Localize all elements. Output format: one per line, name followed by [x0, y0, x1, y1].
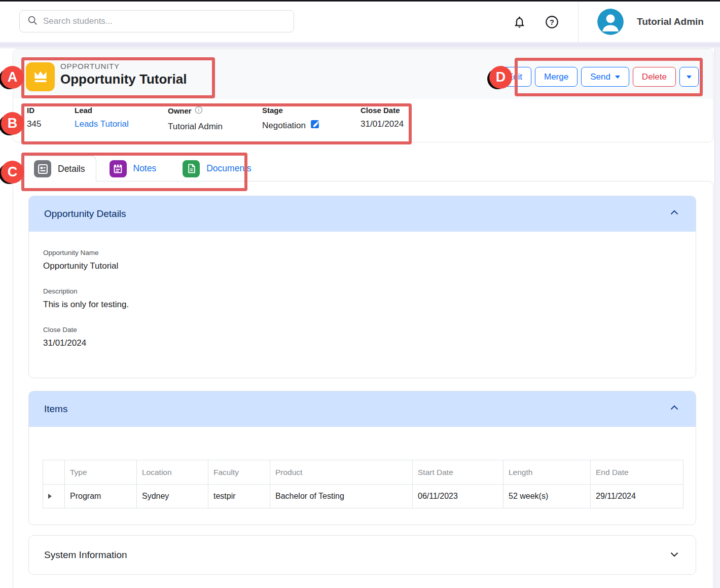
more-actions-button[interactable]	[679, 67, 699, 87]
scrollbar[interactable]	[714, 49, 720, 588]
annotation-marker-b: B	[1, 112, 24, 135]
lead-link[interactable]: Leads Tutorial	[75, 119, 129, 129]
notes-clipboard-icon	[110, 160, 127, 177]
send-button[interactable]: Send	[581, 67, 629, 87]
user-avatar[interactable]	[597, 9, 624, 35]
tab-notes[interactable]: Notes	[96, 156, 170, 181]
annotation-marker-c: C	[1, 161, 24, 183]
search-icon	[27, 15, 38, 28]
table-row: Program Sydney testpir Bachelor of Testi…	[43, 485, 683, 508]
field-opportunity-name: Opportunity Name Opportunity Tutorial	[43, 249, 681, 271]
summary-fields-row: ID 345 Lead Leads Tutorial Owner	[27, 106, 703, 138]
info-icon[interactable]	[195, 106, 203, 116]
row-expand-icon[interactable]	[48, 494, 52, 499]
tab-documents[interactable]: Documents	[169, 156, 265, 181]
summary-field-lead: Lead Leads Tutorial	[75, 106, 129, 129]
search-input[interactable]	[43, 16, 286, 26]
merge-button[interactable]: Merge	[535, 67, 578, 87]
page-title: Opportunity Tutorial	[60, 71, 187, 87]
summary-field-stage: Stage Negotiation	[262, 106, 320, 132]
caret-down-icon	[615, 76, 620, 79]
window-top-edge	[0, 0, 720, 2]
tab-details[interactable]: Details	[23, 156, 96, 181]
system-information-panel[interactable]: System Information	[28, 535, 696, 575]
summary-field-close-date: Close Date 31/01/2024	[361, 106, 404, 129]
opportunity-crown-icon	[26, 62, 55, 91]
documents-file-icon	[183, 160, 200, 177]
tab-content-card: Opportunity Details Opportunity Name Opp…	[13, 181, 713, 588]
chevron-up-icon	[668, 402, 680, 416]
summary-field-id: ID 345	[27, 106, 41, 129]
user-name: Tutorial Admin	[637, 2, 704, 42]
items-table: Type Location Faculty Product Start Date…	[43, 460, 683, 508]
edit-stage-icon[interactable]	[310, 119, 320, 132]
items-header[interactable]: Items	[29, 391, 696, 427]
chevron-up-icon	[668, 207, 680, 221]
items-panel: Items Type	[28, 391, 696, 525]
page: ? Tutorial Admin OPPORTUNITY Opportunity…	[0, 0, 720, 588]
entity-label: OPPORTUNITY	[60, 62, 120, 70]
caret-down-icon	[687, 76, 692, 79]
opportunity-details-panel: Opportunity Details Opportunity Name Opp…	[28, 196, 696, 378]
chevron-down-icon	[668, 548, 680, 562]
details-fields: Opportunity Name Opportunity Tutorial De…	[29, 232, 696, 348]
annotation-marker-a: A	[1, 66, 24, 89]
action-buttons: Edit Merge Send Delete	[498, 67, 699, 87]
help-icon[interactable]: ?	[545, 15, 559, 29]
send-button-label: Send	[590, 72, 610, 82]
record-header-card: OPPORTUNITY Opportunity Tutorial Edit Me…	[13, 49, 713, 142]
field-description: Description This is only for testing.	[43, 287, 681, 310]
delete-button[interactable]: Delete	[633, 67, 676, 87]
search-box[interactable]	[19, 10, 294, 32]
topbar-divider	[578, 2, 579, 42]
items-table-wrapper: Type Location Faculty Product Start Date…	[29, 427, 696, 508]
topbar: ? Tutorial Admin	[0, 2, 720, 42]
topbar-shadow	[0, 42, 720, 49]
svg-text:?: ?	[550, 18, 554, 26]
field-close-date: Close Date 31/01/2024	[43, 326, 681, 348]
details-article-icon	[34, 160, 51, 177]
annotation-marker-d: D	[489, 66, 512, 89]
notifications-bell-icon[interactable]	[512, 15, 526, 29]
expander-column-header	[43, 460, 65, 485]
opportunity-details-header[interactable]: Opportunity Details	[29, 196, 696, 232]
summary-field-owner: Owner Tutorial Admin	[168, 106, 223, 132]
tab-bar: Details Notes	[23, 156, 265, 181]
items-table-header-row: Type Location Faculty Product Start Date…	[43, 460, 683, 485]
